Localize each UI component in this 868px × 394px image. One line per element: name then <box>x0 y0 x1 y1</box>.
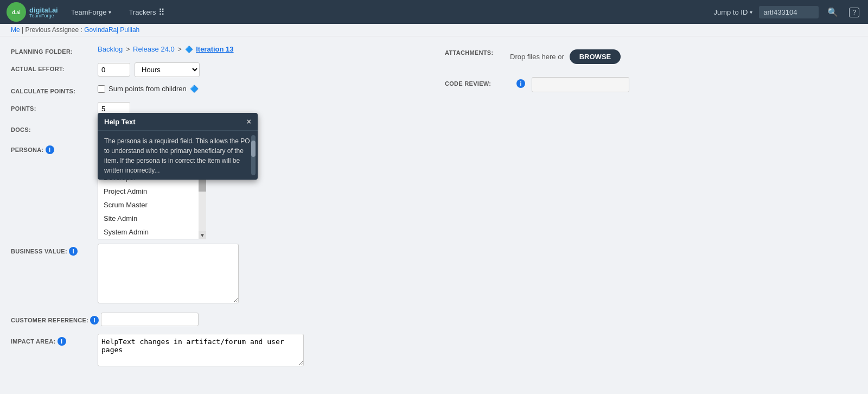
help-icon: ? <box>849 8 859 17</box>
customer-ref-label-text: CUSTOMER REFERENCE: <box>11 317 88 323</box>
sum-points-label: Sum points from children <box>108 85 187 93</box>
impact-area-info-icon[interactable]: i <box>58 337 66 346</box>
persona-option-system-admin[interactable]: System Admin <box>98 225 206 239</box>
nav-teamforge[interactable]: TeamForge ▾ <box>67 6 116 18</box>
drop-text: Drop files here or <box>510 53 564 61</box>
impact-area-value: HelpText changes in artifact/forum and u… <box>98 334 423 368</box>
calculate-points-label: CALCULATE POINTS: <box>11 85 98 94</box>
trackers-grid-icon: ⠿ <box>158 7 165 17</box>
docs-label: DOCS: <box>11 123 98 133</box>
jump-chevron-icon: ▾ <box>750 9 752 15</box>
points-label: POINTS: <box>11 102 98 112</box>
impact-area-label: IMPACT AREA: i <box>11 334 98 346</box>
planning-folder-row: PLANNING FOLDER: Backlog > Release 24.0 … <box>11 45 423 55</box>
form-left: PLANNING FOLDER: Backlog > Release 24.0 … <box>11 45 423 376</box>
popup-scrollbar-thumb <box>251 141 256 157</box>
release-link[interactable]: Release 24.0 <box>133 45 175 53</box>
persona-value: Help Text × The persona is a required fi… <box>98 145 423 239</box>
help-popup-text: The persona is a required field. This al… <box>104 137 250 174</box>
customer-ref-label: CUSTOMER REFERENCE: i <box>11 313 101 325</box>
assignee-previous-link[interactable]: GovindaRaj Pulliah <box>84 26 139 34</box>
artf-input[interactable] <box>759 6 819 18</box>
help-popup-header: Help Text × <box>98 113 258 131</box>
drop-zone: Drop files here or BROWSE <box>510 45 621 68</box>
persona-label: PERSONA: i <box>11 145 98 154</box>
calculate-points-row: CALCULATE POINTS: Sum points from childr… <box>11 85 423 94</box>
sum-points-checkbox[interactable] <box>98 85 105 93</box>
actual-effort-label: ACTUAL EFFORT: <box>11 62 98 72</box>
logo-subtitle: TeamForge <box>29 13 58 18</box>
help-button[interactable]: ? <box>847 6 861 18</box>
browse-button[interactable]: BROWSE <box>570 49 621 64</box>
effort-input[interactable] <box>98 63 130 77</box>
code-review-label: CODE REVIEW: <box>445 77 510 87</box>
persona-label-text: PERSONA: <box>11 147 43 153</box>
persona-option-scrum-master[interactable]: Scrum Master <box>98 198 206 212</box>
scroll-down-icon[interactable]: ▼ <box>200 231 205 239</box>
assignee-bar: Me | Previous Assignee : GovindaRaj Pull… <box>0 24 868 36</box>
business-value-textarea[interactable] <box>98 244 239 303</box>
search-button[interactable]: 🔍 <box>825 6 840 18</box>
logo-icon: d.ai <box>7 2 26 22</box>
jump-to-id[interactable]: Jump to ID ▾ <box>713 8 752 16</box>
business-value-container <box>98 244 423 305</box>
business-value-info-icon[interactable]: i <box>69 247 78 256</box>
customer-ref-value <box>101 313 423 326</box>
persona-info-icon[interactable]: i <box>46 145 54 154</box>
business-value-row: BUSINESS VALUE: i <box>11 244 423 305</box>
teamforge-chevron-icon: ▾ <box>108 9 111 15</box>
code-review-row: CODE REVIEW: i <box>445 77 857 92</box>
customer-ref-info-icon[interactable]: i <box>90 316 99 325</box>
form-right: ATTACHMENTS: Drop files here or BROWSE C… <box>445 45 857 376</box>
iteration-icon: 🔷 <box>185 46 193 53</box>
business-value-label: BUSINESS VALUE: i <box>11 244 98 256</box>
iteration-link[interactable]: Iteration 13 <box>196 45 233 53</box>
planning-folder-value: Backlog > Release 24.0 > 🔷 Iteration 13 <box>98 45 423 53</box>
persona-option-project-admin[interactable]: Project Admin <box>98 185 206 198</box>
svg-text:d.ai: d.ai <box>12 10 21 15</box>
customer-ref-input[interactable] <box>101 313 199 326</box>
help-popup-body: The persona is a required field. This al… <box>98 131 258 180</box>
actual-effort-row: ACTUAL EFFORT: Hours Days Weeks <box>11 62 423 77</box>
form-area: PLANNING FOLDER: Backlog > Release 24.0 … <box>0 36 868 384</box>
business-value-label-text: BUSINESS VALUE: <box>11 248 67 255</box>
top-navigation: d.ai digital.ai TeamForge TeamForge ▾ Tr… <box>0 0 868 24</box>
impact-area-row: IMPACT AREA: i HelpText changes in artif… <box>11 334 423 368</box>
sum-points-info-icon[interactable]: 🔷 <box>190 85 199 93</box>
jump-to-label: Jump to ID <box>713 8 748 16</box>
help-popup-title: Help Text <box>104 118 136 126</box>
logo-svg: d.ai <box>10 5 23 18</box>
planning-folder-label: PLANNING FOLDER: <box>11 45 98 55</box>
customer-ref-row: CUSTOMER REFERENCE: i <box>11 313 423 326</box>
code-review-input[interactable] <box>532 77 629 92</box>
attachments-label: ATTACHMENTS: <box>445 45 510 56</box>
hours-select[interactable]: Hours Days Weeks <box>135 62 200 77</box>
nav-trackers-label: Trackers <box>129 8 156 16</box>
attachments-row: ATTACHMENTS: Drop files here or BROWSE <box>445 45 857 68</box>
persona-option-site-admin[interactable]: Site Admin <box>98 212 206 225</box>
topnav-right: Jump to ID ▾ 🔍 ? <box>713 6 861 18</box>
calc-container: Sum points from children 🔷 <box>98 85 423 93</box>
help-popup: Help Text × The persona is a required fi… <box>98 113 258 180</box>
impact-area-label-text: IMPACT AREA: <box>11 338 55 345</box>
help-popup-close[interactable]: × <box>247 117 251 126</box>
nav-teamforge-label: TeamForge <box>71 8 107 16</box>
popup-scrollbar[interactable] <box>251 135 256 175</box>
assignee-me-link[interactable]: Me <box>11 26 20 34</box>
impact-area-textarea[interactable]: HelpText changes in artifact/forum and u… <box>98 334 304 366</box>
code-review-info-icon[interactable]: i <box>516 79 525 88</box>
persona-row: PERSONA: i Help Text × The persona is a … <box>11 145 423 239</box>
nav-trackers[interactable]: Trackers ⠿ <box>124 5 169 20</box>
effort-container: Hours Days Weeks <box>98 62 423 77</box>
logo-text-block: digital.ai TeamForge <box>29 6 58 18</box>
backlog-link[interactable]: Backlog <box>98 45 123 53</box>
logo: d.ai digital.ai TeamForge <box>7 2 58 22</box>
